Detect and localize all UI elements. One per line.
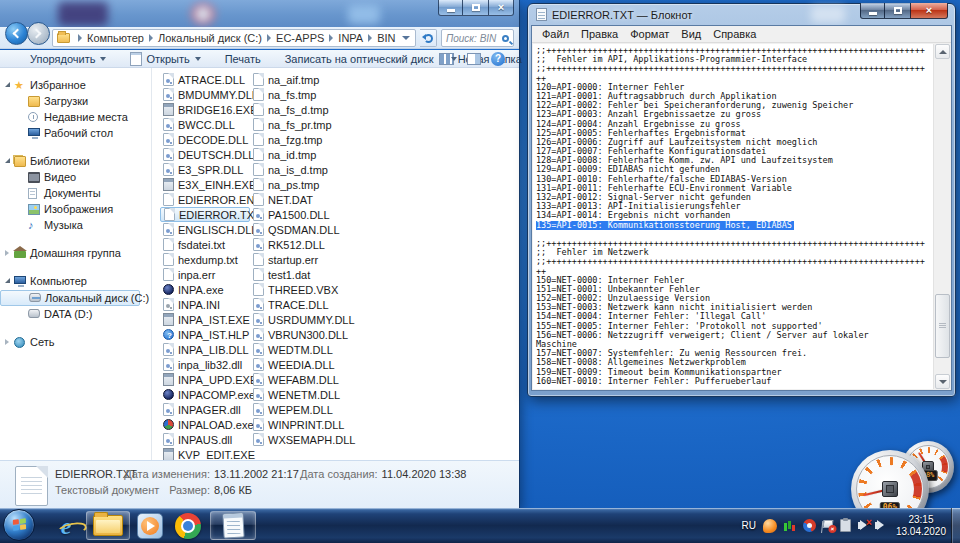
maximize-button[interactable] (463, 0, 488, 16)
file-item[interactable]: na_fzg.tmp (250, 132, 380, 147)
language-indicator[interactable]: RU (741, 520, 755, 531)
expander-icon[interactable] (5, 82, 10, 87)
toolbar-button[interactable]: Упорядочить (30, 53, 106, 65)
file-item[interactable]: INPACOMP.exe (160, 387, 250, 402)
file-item[interactable]: WEFABM.DLL (250, 372, 380, 387)
explorer-window[interactable]: × КомпьютерЛокальный диск (C:)EC-APPSINP… (0, 0, 519, 508)
file-item[interactable]: BMDUMMY.DLL (160, 87, 250, 102)
file-item[interactable]: inpa_lib32.dll (160, 357, 250, 372)
sidebar-item[interactable]: Компьютер (0, 274, 151, 289)
sidebar-item[interactable]: Избранное (0, 78, 151, 93)
file-item[interactable]: DECODE.DLL (160, 132, 250, 147)
file-item[interactable]: startup.err (250, 252, 380, 267)
file-item[interactable]: inpa.err (160, 267, 250, 282)
file-item[interactable]: ENGLISCH.DLL (160, 222, 250, 237)
sidebar-item[interactable]: DATA (D:) (0, 307, 151, 322)
file-item[interactable]: E3X_EINH.EXE (160, 177, 250, 192)
file-item[interactable]: INPA_IST.HLP (160, 327, 250, 342)
sidebar-item[interactable]: Локальный диск (C:) (0, 290, 140, 306)
sidebar-item[interactable]: Загрузки (0, 94, 151, 109)
file-item[interactable]: BRIDGE16.EXE (160, 102, 250, 117)
menu-item[interactable]: Файл (536, 28, 575, 40)
toolbar-button[interactable]: Открыть (130, 52, 200, 66)
file-item[interactable]: EDIERROR.ENG (160, 192, 250, 207)
avast-icon[interactable] (763, 519, 777, 533)
action-center-flag-icon[interactable] (823, 520, 834, 528)
sidebar-item[interactable]: Документы (0, 186, 151, 201)
toolbar-button[interactable]: Записать на оптический диск (285, 53, 434, 65)
media-player-button[interactable] (133, 511, 167, 540)
chrome-button[interactable] (171, 511, 205, 540)
show-desktop-button[interactable] (951, 508, 960, 543)
close-button[interactable]: × (488, 0, 514, 16)
menu-item[interactable]: Правка (575, 28, 624, 40)
maximize-button[interactable] (885, 3, 910, 19)
file-item[interactable]: RK512.DLL (250, 237, 380, 252)
volume-icon[interactable] (875, 522, 879, 529)
file-item[interactable]: INPA_IST.EXE (160, 312, 250, 327)
breadcrumb-item[interactable]: INPA (324, 32, 363, 44)
file-item[interactable]: INPA_UPD.EXE (160, 372, 250, 387)
file-item[interactable]: INPAGER.dll (160, 402, 250, 417)
expander-icon[interactable] (5, 250, 9, 256)
activity-bars-icon[interactable] (784, 520, 796, 532)
scrollbar-thumb[interactable] (935, 294, 950, 358)
file-item[interactable]: QSDMAN.DLL (250, 222, 380, 237)
sidebar-item[interactable]: Изображения (0, 202, 151, 217)
file-item[interactable]: WEDTM.DLL (250, 342, 380, 357)
file-item[interactable]: test1.dat (250, 267, 380, 282)
notepad-text-area[interactable]: ;;++++++++++++++++++++++++++++++++++++++… (533, 44, 933, 389)
notepad-taskbar-button[interactable] (210, 511, 256, 540)
sidebar-item[interactable]: Домашняя группа (0, 246, 151, 261)
close-button[interactable]: × (910, 3, 948, 19)
menu-item[interactable]: Формат (624, 28, 675, 40)
menu-item[interactable]: Вид (675, 28, 707, 40)
notepad-window[interactable]: EDIERROR.TXT — Блокнот × ФайлПравкаФорма… (527, 3, 956, 397)
file-item[interactable]: PA1500.DLL (250, 207, 380, 222)
notepad-title-bar[interactable]: EDIERROR.TXT — Блокнот (536, 8, 692, 21)
internet-explorer-button[interactable]: e (50, 511, 82, 540)
cleaner-swirl-icon[interactable] (803, 519, 816, 532)
file-item[interactable]: VBRUN300.DLL (250, 327, 380, 342)
file-item[interactable]: DEUTSCH.DLL (160, 147, 250, 162)
file-item[interactable]: na_aif.tmp (250, 72, 380, 87)
file-item[interactable]: hexdump.txt (160, 252, 250, 267)
sidebar-item[interactable]: Видео (0, 170, 151, 185)
sidebar-item[interactable]: Библиотеки (0, 154, 151, 169)
file-item[interactable]: WINPRINT.DLL (250, 417, 380, 432)
sidebar-item[interactable]: Музыка (0, 218, 151, 233)
minimize-button[interactable] (860, 3, 885, 19)
back-button[interactable] (5, 22, 28, 45)
file-item[interactable]: na_id.tmp (250, 147, 380, 162)
breadcrumb-item[interactable]: Компьютер (73, 32, 144, 44)
preview-pane-button[interactable] (467, 53, 481, 65)
menu-item[interactable]: Справка (707, 28, 762, 40)
file-item[interactable]: na_fs_d.tmp (250, 102, 380, 117)
search-input[interactable]: Поиск: BIN (441, 29, 514, 47)
muted-speaker-icon[interactable] (858, 522, 862, 529)
file-item[interactable]: INPA.exe (160, 282, 250, 297)
sidebar-item[interactable]: Недавние места (0, 110, 151, 125)
start-button[interactable] (3, 509, 35, 541)
expander-icon[interactable] (5, 158, 10, 163)
file-item[interactable]: WENETM.DLL (250, 387, 380, 402)
file-item[interactable]: TRACE.DLL (250, 297, 380, 312)
file-item[interactable]: na_fs.tmp (250, 87, 380, 102)
clipboard-icon[interactable] (840, 519, 851, 532)
file-item[interactable]: ATRACE.DLL (160, 72, 250, 87)
minimize-button[interactable] (438, 0, 463, 16)
tray-clock[interactable]: 23:15 13.04.2020 (896, 514, 946, 538)
expander-icon[interactable] (5, 278, 10, 283)
file-item[interactable]: NET.DAT (250, 192, 380, 207)
file-item[interactable]: INPALOAD.exe (160, 417, 250, 432)
file-item[interactable]: na_is_d.tmp (250, 162, 380, 177)
forward-button[interactable] (27, 22, 50, 45)
file-item[interactable]: EDIERROR.TXT (160, 207, 250, 222)
scroll-up-button[interactable] (935, 44, 950, 59)
file-item[interactable]: INPA_LIB.DLL (160, 342, 250, 357)
file-item[interactable]: INPA.INI (160, 297, 250, 312)
refresh-button[interactable] (420, 29, 437, 47)
sidebar-item[interactable]: Сеть (0, 335, 151, 350)
file-item[interactable]: INPAUS.dll (160, 432, 250, 447)
file-item[interactable]: USRDUMMY.DLL (250, 312, 380, 327)
